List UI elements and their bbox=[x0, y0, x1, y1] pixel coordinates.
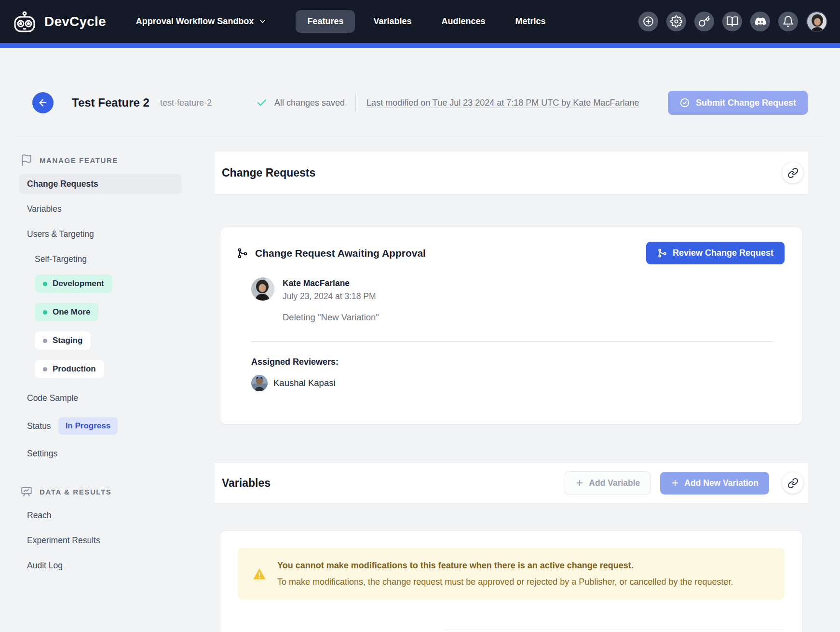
sidebar-item-settings[interactable]: Settings bbox=[19, 444, 182, 464]
environment-pills: Development One More Staging Production bbox=[19, 275, 201, 388]
save-status-label: All changes saved bbox=[274, 98, 345, 108]
variables-panel-title: Variables bbox=[222, 477, 271, 490]
warning-body: To make modifications, the change reques… bbox=[277, 577, 733, 587]
env-pill-staging[interactable]: Staging bbox=[35, 331, 91, 350]
requester-avatar bbox=[251, 277, 274, 301]
add-variable-label: Add Variable bbox=[589, 478, 640, 488]
notifications-button[interactable] bbox=[778, 12, 798, 31]
settings-button[interactable] bbox=[666, 12, 686, 31]
presentation-chart-icon bbox=[20, 485, 33, 498]
variables-actions: Add Variable Add New Variation bbox=[565, 471, 803, 495]
docs-button[interactable] bbox=[722, 12, 742, 31]
feature-sidebar: MANAGE FEATURE Change Requests Variables… bbox=[0, 151, 215, 581]
manage-feature-title: MANAGE FEATURE bbox=[40, 156, 118, 165]
key-icon bbox=[698, 15, 710, 27]
warning-triangle-icon bbox=[252, 567, 267, 581]
assigned-reviewers-label: Assigned Reviewers: bbox=[251, 357, 785, 367]
variables-panel-header: Variables Add Variable Add New Variation bbox=[215, 462, 808, 504]
sidebar-item-audit-log[interactable]: Audit Log bbox=[19, 556, 182, 576]
sidebar-item-status[interactable]: Status In Progress bbox=[19, 413, 201, 439]
sidebar-item-change-requests[interactable]: Change Requests bbox=[19, 174, 182, 194]
devcycle-robot-icon bbox=[13, 11, 39, 33]
requested-at: July 23, 2024 at 3:18 PM bbox=[283, 291, 376, 302]
link-icon bbox=[787, 478, 799, 489]
requester-row: Kate MacFarlane July 23, 2024 at 3:18 PM bbox=[251, 277, 785, 302]
sidebar-item-experiment-results[interactable]: Experiment Results bbox=[19, 531, 182, 550]
variables-card: You cannot make modifications to this fe… bbox=[220, 530, 802, 632]
copy-section-link-button[interactable] bbox=[782, 472, 803, 494]
bell-icon bbox=[782, 15, 794, 27]
check-icon bbox=[256, 97, 268, 109]
submit-change-request-button[interactable]: Submit Change Request bbox=[668, 91, 808, 115]
sidebar-item-code-sample[interactable]: Code Sample bbox=[19, 388, 182, 408]
feature-header: Test Feature 2 test-feature-2 All change… bbox=[16, 48, 824, 137]
warning-title: You cannot make modifications to this fe… bbox=[277, 561, 733, 571]
git-merge-icon bbox=[657, 248, 667, 258]
plus-icon bbox=[575, 479, 584, 487]
data-results-section-header: DATA & RESULTS bbox=[20, 485, 201, 498]
reviewer-name: Kaushal Kapasi bbox=[273, 378, 336, 388]
env-status-dot bbox=[43, 310, 47, 315]
change-requests-panel-title: Change Requests bbox=[222, 166, 315, 179]
sidebar-item-self-targeting[interactable]: Self-Targeting bbox=[27, 249, 190, 269]
tab-metrics[interactable]: Metrics bbox=[504, 10, 557, 33]
reviewer-row: Kaushal Kapasi bbox=[251, 375, 785, 391]
env-pill-production[interactable]: Production bbox=[35, 360, 104, 378]
accent-bar bbox=[0, 43, 840, 48]
api-keys-button[interactable] bbox=[694, 12, 714, 31]
change-request-card-header: Change Request Awaiting Approval Review … bbox=[237, 242, 785, 264]
env-status-dot bbox=[43, 367, 47, 371]
last-modified-link[interactable]: Last modified on Tue Jul 23 2024 at 7:18… bbox=[366, 98, 639, 108]
tab-features[interactable]: Features bbox=[296, 10, 355, 33]
copy-section-link-button[interactable] bbox=[782, 162, 803, 183]
add-variable-button[interactable]: Add Variable bbox=[565, 471, 650, 495]
status-label: Status bbox=[27, 421, 51, 431]
discord-icon bbox=[754, 15, 767, 28]
sidebar-item-reach[interactable]: Reach bbox=[19, 506, 182, 525]
tab-audiences[interactable]: Audiences bbox=[430, 10, 497, 33]
env-pill-one-more[interactable]: One More bbox=[35, 303, 98, 321]
variables-table-divider bbox=[444, 630, 785, 630]
plus-icon bbox=[671, 479, 679, 487]
env-status-dot bbox=[43, 339, 47, 343]
change-request-description: Deleting "New Variation" bbox=[283, 312, 785, 323]
feature-title: Test Feature 2 bbox=[72, 96, 149, 110]
review-change-request-label: Review Change Request bbox=[673, 248, 773, 258]
submit-change-request-label: Submit Change Request bbox=[696, 98, 796, 108]
devcycle-logo[interactable]: DevCycle bbox=[13, 11, 106, 33]
data-results-title: DATA & RESULTS bbox=[40, 488, 111, 496]
sidebar-item-variables[interactable]: Variables bbox=[19, 199, 182, 219]
status-badge: In Progress bbox=[58, 417, 118, 435]
change-request-card-body: Kate MacFarlane July 23, 2024 at 3:18 PM… bbox=[251, 277, 785, 391]
sidebar-spacer bbox=[19, 469, 201, 485]
add-new-variation-label: Add New Variation bbox=[684, 478, 759, 488]
back-button[interactable] bbox=[32, 92, 54, 113]
env-status-dot bbox=[43, 282, 47, 286]
discord-button[interactable] bbox=[750, 12, 770, 31]
env-pill-label: Development bbox=[53, 279, 104, 289]
project-selector-label: Approval Workflow Sandbox bbox=[136, 16, 254, 27]
brand-name: DevCycle bbox=[44, 14, 106, 29]
save-status: All changes saved bbox=[256, 97, 345, 109]
tab-variables[interactable]: Variables bbox=[362, 10, 423, 33]
active-change-request-warning: You cannot make modifications to this fe… bbox=[238, 548, 785, 600]
sidebar-item-users-targeting[interactable]: Users & Targeting bbox=[19, 224, 182, 244]
change-requests-panel-header: Change Requests bbox=[215, 151, 808, 194]
user-avatar[interactable] bbox=[806, 11, 827, 32]
main-content: Change Requests Change Request Awaiting … bbox=[215, 151, 808, 632]
project-selector[interactable]: Approval Workflow Sandbox bbox=[136, 16, 267, 27]
header-divider bbox=[355, 95, 356, 111]
reviewer-avatar bbox=[251, 375, 268, 391]
git-merge-icon bbox=[237, 247, 248, 259]
navbar-actions bbox=[638, 11, 827, 32]
change-request-card: Change Request Awaiting Approval Review … bbox=[220, 227, 802, 425]
create-button[interactable] bbox=[638, 12, 658, 31]
check-circle-icon bbox=[679, 97, 690, 108]
link-icon bbox=[787, 167, 799, 179]
add-new-variation-button[interactable]: Add New Variation bbox=[660, 472, 769, 495]
plus-circle-icon bbox=[642, 15, 654, 27]
env-pill-development[interactable]: Development bbox=[35, 275, 112, 293]
book-open-icon bbox=[726, 15, 738, 27]
review-change-request-button[interactable]: Review Change Request bbox=[646, 242, 785, 264]
gear-icon bbox=[670, 15, 682, 27]
